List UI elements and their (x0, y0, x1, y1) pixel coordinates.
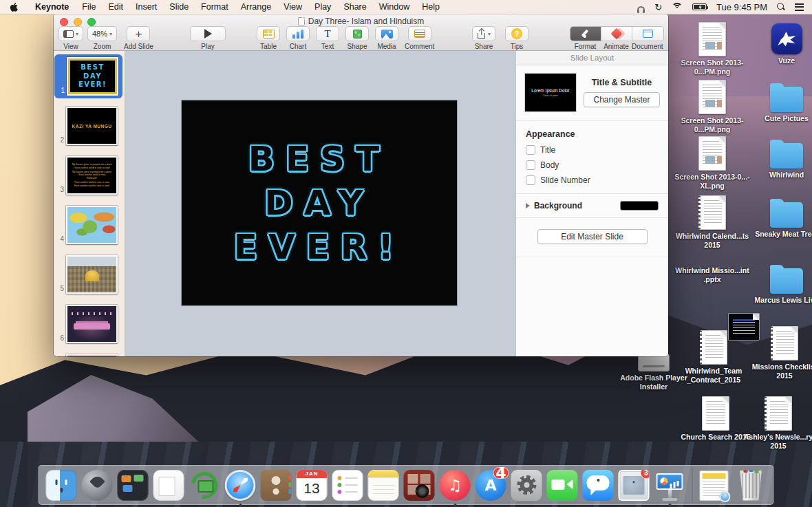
dock-notes-icon[interactable] (368, 470, 399, 501)
chart-button[interactable]: Chart (286, 26, 310, 50)
dock-trash-icon[interactable] (736, 470, 767, 501)
desktop-icon-screenshot-1[interactable]: Screen Shot 2013-0...PM.png (672, 22, 752, 76)
view-button[interactable]: ▾ View (58, 26, 83, 50)
menu-file[interactable]: File (76, 0, 102, 14)
dock-safari-icon[interactable] (225, 470, 256, 501)
dock-mission-control-icon[interactable] (118, 470, 149, 501)
disclosure-triangle-icon[interactable] (526, 203, 530, 208)
checkbox[interactable] (526, 145, 535, 155)
menu-arrange[interactable]: Arrange (235, 0, 277, 14)
master-slide-section: Lorem Ipsum Dolor Dolor sit amet Title &… (516, 65, 668, 121)
master-thumbnail[interactable]: Lorem Ipsum Dolor Dolor sit amet (524, 73, 577, 112)
dock-keynote-icon[interactable] (654, 470, 685, 501)
dock-photo-booth-icon[interactable] (404, 470, 435, 501)
dock-minimized-document-icon[interactable] (700, 470, 731, 501)
edit-master-slide-button[interactable]: Edit Master Slide (537, 229, 648, 244)
background-row[interactable]: Background (516, 194, 668, 218)
notification-center-icon[interactable] (795, 3, 804, 11)
document-tab[interactable] (632, 27, 663, 41)
apple-menu-icon[interactable] (10, 3, 19, 12)
document-window-icon (643, 30, 653, 38)
media-button[interactable]: Media (375, 26, 398, 50)
menu-bar-clock[interactable]: Tue 9:45 PM (716, 0, 767, 14)
desktop-icon-whirlwind-missions-pptx[interactable]: Whirlwind Missio...int .pptx (672, 264, 752, 284)
background-color-well[interactable] (620, 201, 659, 211)
dock-messages-icon[interactable] (583, 470, 614, 501)
chart-icon (292, 30, 304, 39)
share-button[interactable]: ▾ Share (472, 26, 495, 50)
dock-mail-icon[interactable]: 3 (619, 470, 650, 501)
desktop-icon-missions-checklist[interactable]: Missions Checklist 2015 (745, 326, 812, 380)
checkbox[interactable] (526, 175, 535, 185)
spotlight-icon[interactable] (777, 3, 785, 11)
table-button[interactable]: Table (257, 26, 280, 50)
audio-device-icon[interactable] (637, 6, 645, 11)
comment-button[interactable]: Comment (405, 26, 434, 50)
desktop-icon-marcus-lewis-live[interactable]: Marcus Lewis Live (747, 263, 812, 305)
text-button[interactable]: T Text (316, 26, 339, 50)
time-machine-icon[interactable]: ↻ (654, 0, 662, 14)
slide-thumbnail-2[interactable]: 2 KAZI YA MUNGU (54, 104, 125, 148)
desktop-icon-whirlwind-team-contract[interactable]: Whirlwind_Team _Contract_2015 (674, 330, 754, 385)
menu-app-name[interactable]: Keynote (28, 0, 76, 14)
desktop-icon-ashleys-newsletter[interactable]: Ashley's Newsle...ry 2015 (738, 396, 812, 451)
change-master-button[interactable]: Change Master (584, 92, 659, 107)
dock-screen-mirroring-app-icon[interactable] (189, 470, 220, 501)
dock-pages-icon[interactable] (153, 470, 184, 501)
menu-view[interactable]: View (277, 0, 308, 14)
animate-tab[interactable] (601, 27, 632, 41)
menu-window[interactable]: Window (373, 0, 416, 14)
desktop-icon-screenshot-3[interactable]: Screen Shot 2013-0...-XL.png (672, 136, 752, 191)
frog-icon (777, 31, 796, 47)
slide-thumbnail-6[interactable]: 6 (54, 302, 125, 346)
battery-charging-icon[interactable] (692, 3, 707, 10)
spiral-document-icon (771, 326, 798, 360)
title-checkbox-row[interactable]: Title (526, 145, 659, 155)
slide-thumbnail-7[interactable]: 7 (54, 352, 125, 356)
menu-edit[interactable]: Edit (102, 0, 129, 14)
menu-share[interactable]: Share (337, 0, 372, 14)
slide-thumbnail-5[interactable]: 5 (54, 252, 125, 296)
current-slide[interactable]: BEST DAY EVER! (181, 100, 458, 306)
menu-slide[interactable]: Slide (163, 0, 195, 14)
dock-finder-icon[interactable] (46, 470, 77, 501)
dock-app-store-icon[interactable]: A 4 (476, 470, 506, 501)
desktop-icon-whirlwind-calendar[interactable]: Whirlwind Calend...ts 2015 (672, 195, 752, 250)
play-button[interactable]: Play (190, 26, 226, 50)
dock-contacts-icon[interactable] (261, 470, 292, 501)
body-checkbox-row[interactable]: Body (526, 160, 659, 170)
dock-facetime-icon[interactable] (547, 470, 578, 501)
dock-itunes-icon[interactable]: ♫ (440, 470, 471, 501)
zoom-control[interactable]: 48%▾ Zoom (87, 26, 117, 50)
desktop-icon-cute-pictures[interactable]: Cute Pictues (747, 81, 812, 123)
folder-icon (770, 143, 803, 169)
slide-thumbnail-1[interactable]: 1 BEST DAY EVER! (54, 54, 122, 98)
checkbox[interactable] (526, 160, 535, 170)
add-slide-button[interactable]: + Add Slide (124, 26, 153, 50)
menu-insert[interactable]: Insert (129, 0, 163, 14)
slide-7-thumb-blue-walkway (66, 354, 118, 356)
dock-launchpad-icon[interactable] (82, 470, 113, 501)
desktop-icon-vuze[interactable]: Vuze (747, 23, 812, 65)
desktop-icon-whirlwind-folder[interactable]: Whirlwind (747, 138, 812, 180)
slide-title-line: EVER! (234, 230, 405, 264)
dock-system-preferences-icon[interactable] (511, 470, 542, 501)
menu-help[interactable]: Help (416, 0, 446, 14)
slide-2-thumb: KAZI YA MUNGU (66, 107, 118, 145)
image-document-icon (698, 136, 726, 171)
menu-format[interactable]: Format (195, 0, 235, 14)
shape-button[interactable]: Shape (345, 26, 369, 50)
slide-canvas[interactable]: BEST DAY EVER! (125, 51, 515, 356)
image-document-icon (698, 80, 726, 114)
menu-play[interactable]: Play (308, 0, 337, 14)
slide-thumbnail-3[interactable]: 3 My Saviors gone, to prepare me a place… (54, 153, 125, 197)
wifi-icon[interactable] (672, 3, 683, 11)
tips-button[interactable]: ? Tips (505, 26, 528, 50)
slide-thumbnail-4[interactable]: 4 (54, 203, 125, 247)
dock-calendar-icon[interactable]: JAN 13 (297, 470, 328, 501)
format-tab[interactable] (570, 27, 601, 41)
slide-number-checkbox-row[interactable]: Slide Number (526, 175, 659, 185)
dock-reminders-icon[interactable] (332, 470, 363, 501)
desktop-icon-sneaky-meat-treat[interactable]: Sneaky Meat Treat (747, 197, 812, 239)
desktop-icon-screenshot-2[interactable]: Screen Shot 2013-0...PM.png (672, 80, 752, 134)
